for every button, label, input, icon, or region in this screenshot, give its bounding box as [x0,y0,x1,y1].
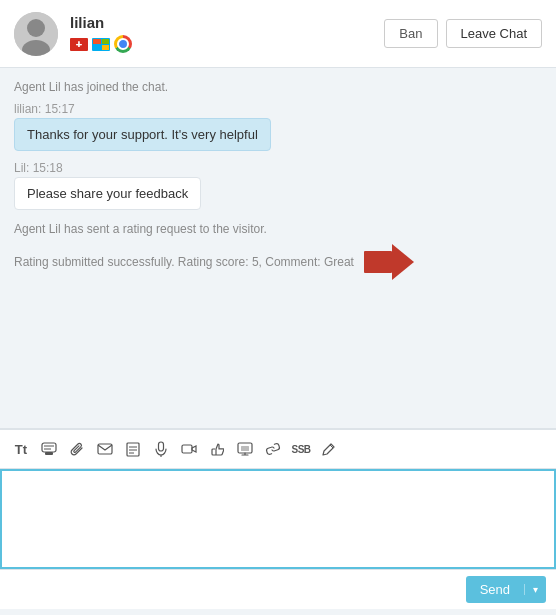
flag-swiss: + [70,38,88,51]
svg-rect-14 [182,445,192,453]
svg-rect-12 [159,442,164,451]
toolbar-audio[interactable] [150,438,172,460]
ban-button[interactable]: Ban [384,19,437,48]
rating-row: Rating submitted successfully. Rating sc… [14,244,542,280]
system-message-1: Agent Lil has joined the chat. [14,78,542,96]
message-2-sender: Lil: 15:18 [14,161,542,175]
arrow-head [392,244,414,280]
send-button-label: Send [466,582,524,597]
chat-header: lilian + Ban Leave Chat [0,0,556,68]
message-input-area [0,469,556,569]
user-info-section: lilian + [14,12,132,56]
toolbar: Tt [0,429,556,469]
send-button[interactable]: Send ▾ [466,576,546,603]
avatar [14,12,58,56]
toolbar-canned-responses[interactable] [38,438,60,460]
toolbar-attachment[interactable] [66,438,88,460]
message-1-block: lilian: 15:17 Thanks for your support. I… [14,102,542,151]
toolbar-link[interactable] [262,438,284,460]
svg-rect-3 [42,443,56,452]
header-buttons: Ban Leave Chat [384,19,542,48]
toolbar-screen-share[interactable] [234,438,256,460]
toolbar-draw[interactable] [318,438,340,460]
toolbar-text-format[interactable]: Tt [10,438,32,460]
rating-text: Rating submitted successfully. Rating sc… [14,253,354,271]
send-dropdown-arrow[interactable]: ▾ [524,584,546,595]
arrow-body [364,251,392,273]
message-1-sender: lilian: 15:17 [14,102,542,116]
svg-rect-4 [45,452,53,455]
svg-point-1 [27,19,45,37]
toolbar-video[interactable] [178,438,200,460]
user-details: lilian + [70,14,132,53]
message-2-block: Lil: 15:18 Please share your feedback [14,161,542,210]
chat-area: Agent Lil has joined the chat. lilian: 1… [0,68,556,428]
bottom-section: Tt [0,428,556,609]
send-row: Send ▾ [0,569,556,609]
message-1-bubble: Thanks for your support. It's very helpf… [14,118,271,151]
toolbar-email[interactable] [94,438,116,460]
svg-rect-16 [241,446,249,451]
svg-rect-7 [98,444,112,454]
arrow-indicator [364,244,414,280]
user-flags: + [70,35,132,53]
message-2-bubble: Please share your feedback [14,177,201,210]
toolbar-ssb[interactable]: SSB [290,438,312,460]
toolbar-thumbsup[interactable] [206,438,228,460]
leave-chat-button[interactable]: Leave Chat [446,19,543,48]
toolbar-notes[interactable] [122,438,144,460]
flag-chrome [114,35,132,53]
message-input[interactable] [2,471,554,517]
system-message-2: Agent Lil has sent a rating request to t… [14,220,542,238]
username-label: lilian [70,14,132,31]
flag-windows [92,38,110,51]
